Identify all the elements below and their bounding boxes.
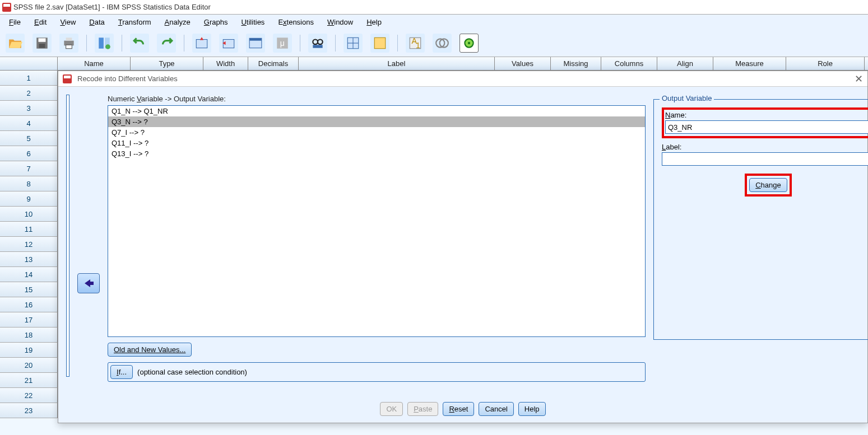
dialog-title: Recode into Different Variables [77, 74, 178, 83]
goto-var-icon[interactable] [219, 34, 238, 53]
svg-point-16 [318, 39, 323, 44]
row-number[interactable]: 15 [0, 282, 58, 297]
menu-analyze[interactable]: Analyze [159, 17, 196, 27]
col-label[interactable]: Label [299, 57, 495, 70]
variables-icon[interactable] [246, 34, 265, 53]
col-missing[interactable]: Missing [551, 57, 601, 70]
row-numbers: 1234567891011121314151617181920212223 [0, 71, 58, 418]
undo-icon[interactable] [130, 34, 149, 53]
mapping-item[interactable]: Q7_I --> ? [108, 127, 645, 138]
run-desc-icon[interactable]: μ [273, 34, 292, 53]
mapping-item[interactable]: Q13_I --> ? [108, 148, 645, 159]
row-number[interactable]: 21 [0, 373, 58, 388]
col-decimals[interactable]: Decimals [248, 57, 299, 70]
row-number[interactable]: 16 [0, 297, 58, 312]
row-number[interactable]: 9 [0, 191, 58, 207]
change-highlight-box: Change [745, 174, 792, 197]
col-measure[interactable]: Measure [713, 57, 786, 70]
row-number[interactable]: 13 [0, 252, 58, 267]
col-align[interactable]: Align [657, 57, 713, 70]
svg-rect-21 [374, 38, 386, 49]
reset-button[interactable]: Reset [443, 402, 474, 416]
menu-transform[interactable]: Transform [113, 17, 157, 27]
use-sets-icon[interactable] [433, 34, 452, 53]
move-left-button[interactable] [77, 273, 100, 293]
menu-window[interactable]: Window [322, 17, 359, 27]
redo-icon[interactable] [157, 34, 176, 53]
col-columns[interactable]: Columns [601, 57, 657, 70]
scale-icon [69, 193, 69, 201]
output-label-input[interactable] [662, 152, 868, 166]
paste-button[interactable]: Paste [407, 402, 438, 416]
menu-file[interactable]: File [3, 17, 26, 27]
ok-button[interactable]: OK [380, 402, 403, 416]
row-number[interactable]: 18 [0, 328, 58, 343]
row-number[interactable]: 2 [0, 86, 58, 101]
old-new-values-button[interactable]: Old and New Values... [108, 343, 192, 357]
weight-icon[interactable] [370, 34, 389, 53]
menu-data[interactable]: Data [83, 17, 110, 27]
source-variables-list[interactable]: ID [ID]I like to take charge of situatio… [66, 95, 69, 377]
row-number[interactable]: 12 [0, 237, 58, 252]
menu-utilities[interactable]: Utilities [235, 17, 270, 27]
split-icon[interactable] [344, 34, 363, 53]
col-role[interactable]: Role [786, 57, 865, 70]
col-type[interactable]: Type [131, 57, 203, 70]
col-name[interactable]: Name [58, 57, 131, 70]
close-icon[interactable]: ✕ [855, 73, 863, 85]
row-number[interactable]: 1 [0, 71, 58, 86]
menu-view[interactable]: View [54, 17, 81, 27]
mapping-item[interactable]: Q1_N --> Q1_NR [108, 106, 645, 116]
row-number[interactable]: 5 [0, 131, 58, 146]
col-width[interactable]: Width [203, 57, 248, 70]
open-icon[interactable] [6, 34, 25, 53]
row-number[interactable]: 23 [0, 403, 58, 418]
dialog-titlebar[interactable]: Recode into Different Variables ✕ [58, 71, 867, 87]
source-var-item[interactable]: I love being in comapny. [Q8_E] [68, 305, 69, 339]
change-button[interactable]: Change [749, 178, 787, 192]
find-icon[interactable] [308, 34, 327, 53]
row-number[interactable]: 11 [0, 222, 58, 237]
help-button[interactable]: Help [518, 402, 546, 416]
row-number[interactable]: 19 [0, 343, 58, 358]
source-var-item[interactable]: I like to take charge of situations and … [68, 115, 69, 175]
if-button[interactable]: If... [110, 365, 133, 379]
col-values[interactable]: Values [495, 57, 551, 70]
mapping-item[interactable]: Q11_I --> ? [108, 138, 645, 148]
menu-edit[interactable]: Edit [29, 17, 52, 27]
menu-graphs[interactable]: Graphs [198, 17, 234, 27]
source-var-item[interactable]: I am very regular in my approach. [Q4_S] [68, 175, 69, 218]
row-number[interactable]: 20 [0, 358, 58, 373]
recall-icon[interactable] [95, 34, 114, 53]
svg-text:μ: μ [280, 39, 285, 48]
cancel-button[interactable]: Cancel [479, 402, 513, 416]
output-name-input[interactable] [665, 120, 868, 134]
mapping-item[interactable]: Q3_N --> ? [108, 116, 645, 127]
save-icon[interactable] [33, 34, 52, 53]
menu-extensions[interactable]: Extensions [272, 17, 319, 27]
row-number[interactable]: 7 [0, 161, 58, 176]
goto-case-icon[interactable] [192, 34, 211, 53]
row-number[interactable]: 10 [0, 207, 58, 222]
source-var-item[interactable]: I prefer variety to routine [Q9_E] [68, 339, 69, 377]
svg-point-15 [313, 39, 318, 44]
print-icon[interactable] [59, 34, 78, 53]
window-title: SPSS file 2.sav [DataSet1] - IBM SPSS St… [13, 3, 211, 11]
row-number[interactable]: 14 [0, 267, 58, 282]
row-number[interactable]: 17 [0, 312, 58, 328]
show-all-icon[interactable] [459, 34, 479, 53]
row-number[interactable]: 6 [0, 146, 58, 161]
source-var-item[interactable]: ID [ID] [68, 97, 69, 115]
scale-icon [69, 232, 69, 240]
row-number[interactable]: 22 [0, 388, 58, 403]
menu-help[interactable]: Help [361, 17, 387, 27]
source-var-item[interactable]: I enjoy being center of attention [Q6_E] [68, 253, 69, 305]
row-number[interactable]: 8 [0, 176, 58, 191]
value-labels-icon[interactable]: A1 [406, 34, 425, 53]
svg-point-8 [105, 44, 110, 49]
row-number[interactable]: 4 [0, 116, 58, 131]
source-var-item[interactable]: I keep my promises [Q5_S] [68, 218, 69, 253]
row-number[interactable]: 3 [0, 101, 58, 116]
svg-point-28 [468, 41, 470, 44]
mapping-list[interactable]: Q1_N --> Q1_NRQ3_N --> ?Q7_I --> ?Q11_I … [108, 105, 646, 337]
